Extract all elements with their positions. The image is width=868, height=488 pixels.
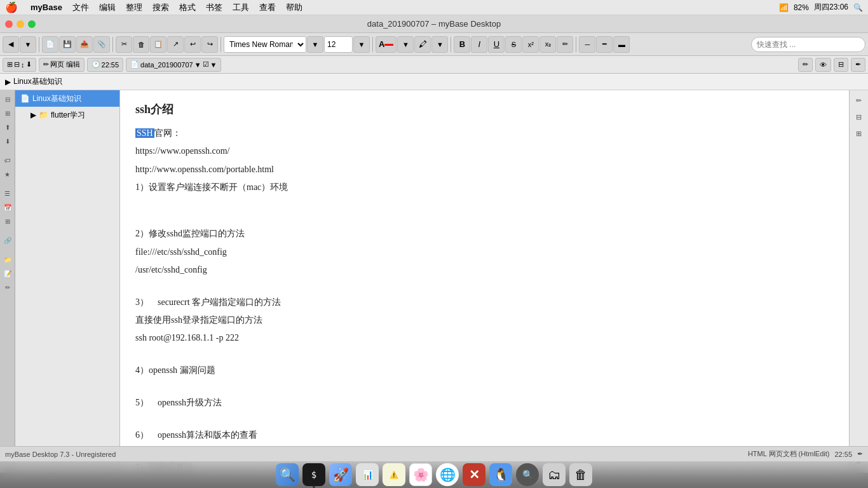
color-dropdown[interactable]: ▼ <box>397 36 414 53</box>
font-size-dropdown[interactable]: ▼ <box>353 36 370 53</box>
apple-menu[interactable]: 🍎 <box>5 1 18 13</box>
editor-line-url1: https://www.openssh.com/ <box>135 144 834 158</box>
right-icon-view[interactable]: ⊞ <box>851 126 867 141</box>
strikethrough-button[interactable]: S <box>505 36 522 53</box>
left-icon-tag[interactable]: 🏷 <box>1 154 14 166</box>
dock-files[interactable]: 🗂 <box>543 463 566 486</box>
left-icon-more2[interactable]: 📝 <box>1 267 14 280</box>
menubar-help[interactable]: 帮助 <box>286 2 302 13</box>
dock-photos[interactable]: 🌸 <box>409 463 432 486</box>
left-icon-4[interactable]: ⬇ <box>1 135 14 147</box>
statusbar-version: myBase Desktop 7.3 - Unregistered <box>5 451 116 458</box>
redo-button[interactable]: ↪ <box>201 36 218 53</box>
editor-line-ssh-official: SSH官网： <box>135 126 834 140</box>
time-btn[interactable]: 🕐 22:55 <box>87 58 124 72</box>
toolbar2-expand[interactable]: ⊞ ⊟ ↕ ⬇ <box>3 58 36 72</box>
new-button[interactable]: 📄 <box>42 36 58 53</box>
close-button[interactable] <box>5 20 13 28</box>
menubar-appname[interactable]: myBase <box>31 3 62 12</box>
right-icon-copy[interactable]: ⊟ <box>851 109 867 125</box>
dock-terminal[interactable]: $ <box>302 463 325 486</box>
sidebar-item-flutter[interactable]: ▶ 📁 flutter学习 <box>15 107 119 123</box>
split-btn[interactable]: ⊟ <box>834 58 848 72</box>
right-icon-edit[interactable]: ✏ <box>851 93 867 108</box>
editor-line-3: 3） securecrt 客户端指定端口的方法 <box>135 295 834 309</box>
sep2 <box>112 37 113 52</box>
minimize-button[interactable] <box>17 20 24 28</box>
dock-console[interactable]: ⚠️ <box>383 463 405 486</box>
dock-chrome[interactable]: 🌐 <box>436 463 459 486</box>
sidebar-item-linux[interactable]: 📄 Linux基础知识 <box>15 90 119 107</box>
line-button3[interactable]: ▬ <box>613 36 630 53</box>
clear-format-button[interactable]: ✏ <box>557 36 573 53</box>
text-color-button[interactable]: A <box>376 36 397 53</box>
line-button2[interactable]: ━ <box>596 36 613 53</box>
font-size-input[interactable] <box>324 36 353 53</box>
dock-launchpad[interactable]: 🚀 <box>329 463 352 486</box>
stamp-btn[interactable]: ✒ <box>851 58 865 72</box>
menubar-view[interactable]: 查看 <box>259 2 276 13</box>
file-btn[interactable]: 📄 data_201900707 ▼ ☑ ▼ <box>126 58 221 72</box>
line-button1[interactable]: ─ <box>579 36 595 53</box>
sep4 <box>372 37 373 52</box>
sidebar-expand-icon: ▶ <box>31 111 36 119</box>
dock-mindmap[interactable]: ✕ <box>463 463 485 486</box>
dock-activity-monitor[interactable]: 📊 <box>356 463 379 486</box>
back-button[interactable]: ◀ <box>3 36 19 53</box>
menubar-search[interactable]: 搜索 <box>153 2 169 13</box>
left-icon-grid[interactable]: ⊞ <box>1 215 14 227</box>
left-icon-1[interactable]: ⊟ <box>1 93 14 105</box>
highlight-button[interactable]: 🖍 <box>414 36 431 53</box>
preview-btn[interactable]: 👁 <box>815 58 831 72</box>
subscript-button[interactable]: x₂ <box>539 36 556 53</box>
maximize-button[interactable] <box>28 20 36 28</box>
highlight-dropdown[interactable]: ▼ <box>431 36 448 53</box>
export-button[interactable]: 📤 <box>76 36 93 53</box>
dock-qq[interactable]: 🐧 <box>489 463 512 486</box>
italic-button[interactable]: I <box>471 36 487 53</box>
left-icon-star[interactable]: ★ <box>1 168 14 180</box>
mode-toggle[interactable]: ✏ 网页 编辑 <box>39 58 85 72</box>
left-icon-more1[interactable]: 📁 <box>1 253 14 266</box>
menubar-edit[interactable]: 编辑 <box>99 2 116 13</box>
breadcrumb-path[interactable]: Linux基础知识 <box>13 76 62 87</box>
menubar-format[interactable]: 格式 <box>179 2 196 13</box>
editor-title: ssh介绍 <box>135 100 834 119</box>
menubar-tools[interactable]: 工具 <box>233 2 249 13</box>
line-group: ─ ━ ▬ <box>579 36 630 53</box>
left-icon-list[interactable]: ☰ <box>1 187 14 200</box>
menubar-organize[interactable]: 整理 <box>126 2 142 13</box>
left-icon-cal[interactable]: 📅 <box>1 201 14 214</box>
sep5 <box>451 37 451 52</box>
nav-group: ◀ ▼ <box>3 36 36 53</box>
menubar-search-icon[interactable]: 🔍 <box>853 3 863 12</box>
attach-button[interactable]: 📎 <box>93 36 110 53</box>
undo-button[interactable]: ↩ <box>184 36 201 53</box>
editor-area[interactable]: ssh介绍 SSH官网： https://www.openssh.com/ ht… <box>120 90 849 473</box>
superscript-button[interactable]: x² <box>522 36 539 53</box>
left-icon-pen[interactable]: ✏ <box>1 281 14 294</box>
menubar-bookmarks[interactable]: 书签 <box>206 2 222 13</box>
format-group: B I U S x² x₂ ✏ <box>454 36 573 53</box>
font-dropdown[interactable]: ▼ <box>307 36 323 53</box>
dock-finder[interactable]: 🔍 <box>276 463 299 486</box>
save-button[interactable]: 💾 <box>59 36 76 53</box>
delete-button[interactable]: 🗑 <box>133 36 149 53</box>
edit-view-btn[interactable]: ✏ <box>798 58 813 72</box>
cut-button[interactable]: ✂ <box>116 36 132 53</box>
bold-button[interactable]: B <box>454 36 470 53</box>
font-name-select[interactable]: Times New Roman <box>224 36 306 53</box>
left-icon-3[interactable]: ⬆ <box>1 121 14 133</box>
paste-button[interactable]: 📋 <box>150 36 166 53</box>
dock-trash[interactable]: 🗑 <box>569 463 592 486</box>
move-button[interactable]: ↗ <box>167 36 184 53</box>
underline-button[interactable]: U <box>488 36 505 53</box>
search-box[interactable] <box>751 37 865 52</box>
left-icon-link[interactable]: 🔗 <box>1 234 14 247</box>
statusbar-time: 22:55 <box>834 451 852 458</box>
dock-quicksearch[interactable]: 🔍 <box>516 463 539 486</box>
menubar-file[interactable]: 文件 <box>72 2 89 13</box>
dropdown-button[interactable]: ▼ <box>20 36 36 53</box>
left-iconbar: ⊟ ⊞ ⬆ ⬇ 🏷 ★ ☰ 📅 ⊞ 🔗 📁 📝 ✏ <box>0 90 15 473</box>
left-icon-2[interactable]: ⊞ <box>1 107 14 119</box>
